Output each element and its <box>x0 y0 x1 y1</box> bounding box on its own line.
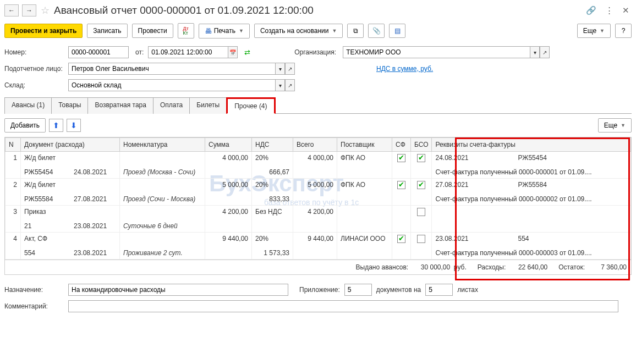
cell-sf[interactable] <box>392 206 411 220</box>
warehouse-input[interactable] <box>68 79 275 91</box>
table-row-sub[interactable]: 2123.08.2021Суточные 6 дней <box>6 220 631 233</box>
purpose-input[interactable] <box>68 284 288 296</box>
cell-req2: Счет-фактура полученный 0000-000003 от 0… <box>432 247 631 260</box>
checkbox-on-icon[interactable] <box>417 154 425 162</box>
page-title: Авансовый отчет 0000-000001 от 01.09.202… <box>54 4 580 16</box>
table-row[interactable]: 4Акт, СФ9 440,0020%9 440,00ЛИНАСИ ООО23.… <box>6 233 631 247</box>
dropdown-icon[interactable]: ▾ <box>275 63 285 75</box>
open-icon[interactable]: ↗ <box>285 79 295 91</box>
cell-vat-rate: 20% <box>252 233 293 247</box>
cell-sf[interactable] <box>392 152 411 167</box>
expense-table: N Документ (расхода) Номенклатура Сумма … <box>4 137 632 260</box>
related-docs-button[interactable]: ⧉ <box>347 24 364 38</box>
col-nomen[interactable]: Номенклатура <box>120 138 205 152</box>
create-based-button[interactable]: Создать на основании▼ <box>254 24 343 38</box>
cell-bso[interactable] <box>411 152 432 167</box>
checkbox-off-icon[interactable] <box>417 235 425 243</box>
post-and-close-button[interactable]: Провести и закрыть <box>4 24 83 38</box>
cell-nomen2: Проживание 2 сут. <box>120 247 205 260</box>
close-icon[interactable]: ✕ <box>620 4 632 16</box>
table-row[interactable]: 3Приказ4 200,00Без НДС4 200,00 <box>6 206 631 220</box>
number-input[interactable] <box>68 46 129 58</box>
cell-n: 2 <box>6 179 21 194</box>
report-button[interactable]: ▤ <box>389 24 405 38</box>
dt-kt-button[interactable]: ДтКт <box>178 23 194 38</box>
titlebar: ← → ☆ Авансовый отчет 0000-000001 от 01.… <box>4 2 632 21</box>
checkbox-on-icon[interactable] <box>397 181 405 189</box>
checkbox-on-icon[interactable] <box>397 154 405 162</box>
nav-forward-button[interactable]: → <box>22 4 36 16</box>
cell-doc2: 2123.08.2021 <box>21 220 120 233</box>
checkbox-on-icon[interactable] <box>397 235 405 243</box>
purpose-label: Назначение: <box>4 286 64 294</box>
comment-input[interactable] <box>68 300 618 312</box>
cell-sum: 9 440,00 <box>205 233 252 247</box>
checkbox-on-icon[interactable] <box>417 181 425 189</box>
table-row[interactable]: 1Ж/д билет4 000,0020%4 000,00ФПК АО24.08… <box>6 152 631 167</box>
cell-vat-rate: 20% <box>252 152 293 167</box>
move-up-button[interactable]: ⬆ <box>49 119 63 132</box>
att-docs-input[interactable] <box>344 284 372 296</box>
chevron-down-icon: ▼ <box>600 28 605 34</box>
cell-total: 5 000,00 <box>293 179 337 194</box>
organization-input[interactable] <box>343 46 530 58</box>
person-label: Подотчетное лицо: <box>4 65 64 73</box>
col-supplier[interactable]: Поставщик <box>337 138 392 152</box>
cell-sum: 5 000,00 <box>205 179 252 194</box>
table-row-sub[interactable]: РЖ5558427.08.2021Проезд (Сочи - Москва)8… <box>6 193 631 206</box>
number-label: Номер: <box>4 48 64 56</box>
calendar-icon[interactable]: 📅 <box>228 46 238 58</box>
nav-back-button[interactable]: ← <box>4 4 19 16</box>
col-bso[interactable]: БСО <box>411 138 432 152</box>
cell-nomen <box>120 206 205 220</box>
attach-button[interactable]: 📎 <box>368 24 385 38</box>
tab-tickets[interactable]: Билеты <box>189 97 227 114</box>
tab-other[interactable]: Прочее (4) <box>226 97 275 114</box>
dropdown-icon[interactable]: ▾ <box>530 46 540 58</box>
col-n[interactable]: N <box>6 138 21 152</box>
move-down-button[interactable]: ⬇ <box>67 119 81 132</box>
cell-nomen2: Проезд (Москва - Сочи) <box>120 166 205 179</box>
open-icon[interactable]: ↗ <box>540 46 550 58</box>
cell-sf[interactable] <box>392 233 411 247</box>
table-more-button[interactable]: Еще▼ <box>598 118 632 133</box>
cell-doc: Акт, СФ <box>21 233 120 247</box>
table-row-sub[interactable]: 55423.08.2021Проживание 2 сут.1 573,33Сч… <box>6 247 631 260</box>
tab-goods[interactable]: Товары <box>51 97 88 114</box>
open-icon[interactable]: ↗ <box>285 63 295 75</box>
col-vat[interactable]: НДС <box>252 138 293 152</box>
vat-mode-link[interactable]: НДС в сумме, руб. <box>376 65 433 73</box>
tab-advances[interactable]: Авансы (1) <box>4 97 52 114</box>
tab-payment[interactable]: Оплата <box>153 97 190 114</box>
chevron-down-icon: ▼ <box>239 28 244 34</box>
col-sum[interactable]: Сумма <box>205 138 252 152</box>
col-sf[interactable]: СФ <box>392 138 411 152</box>
att-sheets-input[interactable] <box>425 284 453 296</box>
col-doc[interactable]: Документ (расхода) <box>21 138 120 152</box>
table-row-sub[interactable]: РЖ5545424.08.2021Проезд (Москва - Сочи)6… <box>6 166 631 179</box>
save-button[interactable]: Записать <box>87 24 127 38</box>
col-req[interactable]: Реквизиты счета-фактуры <box>432 138 631 152</box>
post-button[interactable]: Провести <box>132 24 173 38</box>
col-total[interactable]: Всего <box>293 138 337 152</box>
cell-bso[interactable] <box>411 233 432 247</box>
add-row-button[interactable]: Добавить <box>4 118 46 133</box>
cell-doc2: РЖ5558427.08.2021 <box>21 193 120 206</box>
cell-bso[interactable] <box>411 206 432 220</box>
posted-icon: ⇄ <box>242 47 253 58</box>
dropdown-icon[interactable]: ▾ <box>275 79 285 91</box>
kebab-menu-icon[interactable]: ⋮ <box>603 4 616 16</box>
cell-vat-sum <box>252 220 293 233</box>
checkbox-off-icon[interactable] <box>417 208 425 216</box>
print-button[interactable]: 🖶Печать▼ <box>199 24 250 38</box>
cell-bso[interactable] <box>411 179 432 194</box>
tab-returnable[interactable]: Возвратная тара <box>87 97 153 114</box>
favorite-star-icon[interactable]: ☆ <box>41 4 50 16</box>
more-button[interactable]: Еще▼ <box>577 24 611 38</box>
help-button[interactable]: ? <box>615 24 632 38</box>
date-input[interactable] <box>148 46 228 58</box>
link-icon[interactable]: 🔗 <box>584 4 599 16</box>
cell-sf[interactable] <box>392 179 411 194</box>
table-row[interactable]: 2Ж/д билет5 000,0020%5 000,00ФПК АО27.08… <box>6 179 631 194</box>
person-input[interactable] <box>68 63 275 75</box>
